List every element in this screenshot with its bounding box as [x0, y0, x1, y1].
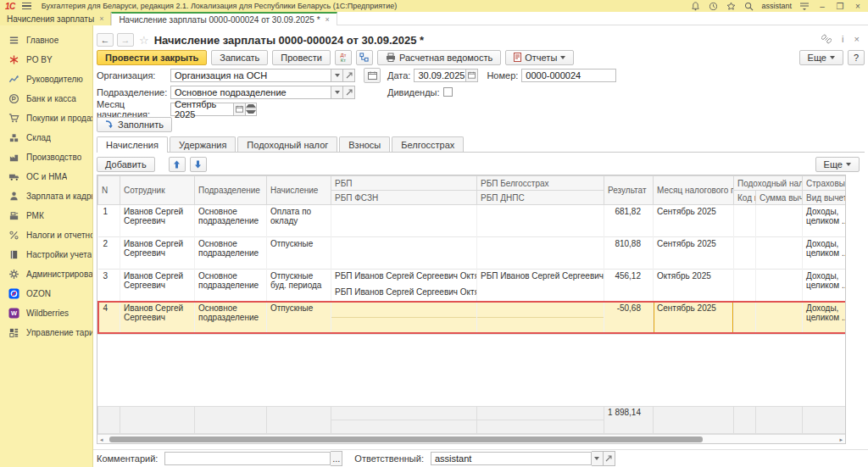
tab-belgosstrakh[interactable]: Белгосстрах	[392, 136, 464, 152]
current-user[interactable]: assistant	[761, 2, 792, 10]
favorite-star-icon[interactable]: ☆	[139, 34, 149, 47]
info-icon[interactable]: i	[842, 34, 843, 44]
col-rbp-dnps[interactable]: РБП ДНПС	[477, 191, 604, 205]
responsible-open-link-icon[interactable]	[604, 451, 615, 466]
tab-income-tax[interactable]: Подоходный налог	[237, 136, 337, 152]
service-settings-menu-icon[interactable]	[799, 1, 810, 11]
favorites-star-icon[interactable]	[726, 1, 736, 11]
comment-input[interactable]	[164, 452, 331, 465]
department-dropdown-icon[interactable]	[331, 86, 343, 99]
sidebar-item-purchases-sales[interactable]: Покупки и продажи	[0, 108, 92, 128]
col-insurance-group[interactable]: Страховые вз	[803, 176, 845, 191]
add-row-button[interactable]: Добавить	[97, 157, 155, 172]
sidebar-item-label: РМК	[26, 211, 44, 220]
accrual-month-stepper[interactable]	[246, 103, 257, 116]
post-button[interactable]: Провести	[272, 50, 331, 65]
accrual-month-input[interactable]: Сентябрь 2025	[170, 103, 234, 116]
search-icon[interactable]	[743, 1, 754, 11]
back-button[interactable]: ←	[97, 33, 114, 47]
fill-button[interactable]: Заполнить	[97, 117, 172, 132]
col-tax-month[interactable]: Месяц налогового периода	[654, 176, 734, 205]
col-accrual[interactable]: Начисление	[267, 176, 331, 205]
responsible-dropdown-icon[interactable]	[592, 451, 604, 466]
table-row[interactable]: 3 Иванов Сергей Сергеевич Основное подра…	[98, 270, 846, 286]
accrual-month-calendar-icon[interactable]	[234, 103, 246, 116]
table-row[interactable]: 2 Иванов Сергей Сергеевич Основное подра…	[98, 237, 846, 253]
sidebar-item-bank-cash[interactable]: Банк и касса	[0, 89, 92, 108]
scroll-right-icon[interactable]: ▸	[839, 436, 843, 443]
date-input[interactable]: 30.09.2025	[414, 69, 466, 82]
payroll-sheet-button[interactable]: Расчетная ведомость	[377, 50, 501, 65]
sidebar-item-taxes[interactable]: Налоги и отчетность	[0, 225, 92, 245]
sidebar-item-accounting-settings[interactable]: Настройки учета	[0, 245, 92, 264]
department-input[interactable]: Основное подразделение	[170, 86, 331, 99]
horizontal-scrollbar[interactable]: ◂ ▸	[97, 434, 845, 443]
sidebar-item-tariff[interactable]: Управление тарифом	[0, 323, 92, 342]
scroll-left-icon[interactable]: ◂	[100, 436, 103, 443]
history-icon[interactable]	[708, 1, 718, 11]
reports-button[interactable]: Отчеты	[505, 50, 574, 65]
organization-dropdown-icon[interactable]	[331, 69, 343, 82]
number-input[interactable]: 0000-000024	[521, 69, 616, 82]
set-date-calendar-button[interactable]	[364, 68, 381, 83]
tab-close-icon[interactable]: ×	[99, 14, 103, 23]
tab-deductions[interactable]: Удержания	[170, 136, 236, 152]
move-row-up-button[interactable]	[169, 157, 186, 172]
tab-close-icon[interactable]: ×	[326, 15, 330, 24]
more-button[interactable]: Еще	[799, 50, 843, 65]
col-deduction-sum[interactable]: Сумма вычета	[756, 191, 803, 205]
comment-ellipsis-button[interactable]: ...	[331, 451, 342, 466]
col-employee[interactable]: Сотрудник	[120, 176, 195, 205]
col-rbp[interactable]: РБП	[331, 176, 477, 191]
organization-open-link-icon[interactable]	[343, 69, 355, 82]
col-income-tax-group[interactable]: Подоходный налог	[734, 176, 803, 191]
department-open-link-icon[interactable]	[343, 86, 355, 99]
date-calendar-icon[interactable]	[466, 69, 478, 82]
col-deduction-kind[interactable]: Вид вычета	[803, 191, 845, 205]
tab-payroll-document[interactable]: Начисление зарплаты 0000-000024 от 30.09…	[111, 12, 337, 25]
sidebar-item-main[interactable]: Главное	[0, 31, 92, 50]
post-and-close-button[interactable]: Провести и закрыть	[97, 50, 207, 65]
sidebar-item-salary-hr[interactable]: Зарплата и кадры	[0, 186, 92, 206]
sidebar-item-warehouse[interactable]: Склад	[0, 128, 92, 147]
tab-accruals[interactable]: Начисления	[97, 136, 168, 153]
show-postings-dtkt-button[interactable]: Дт Кт	[335, 50, 352, 65]
save-button[interactable]: Записать	[211, 50, 268, 65]
table-row[interactable]: 1 Иванов Сергей Сергеевич Основное подра…	[98, 205, 846, 221]
col-department[interactable]: Подразделение	[195, 176, 267, 205]
sidebar: Главное PO BY Руководителю Банк и касса …	[0, 25, 93, 467]
document-structure-button[interactable]	[356, 50, 373, 65]
tab-contributions[interactable]: Взносы	[339, 136, 390, 152]
tab-payroll-list[interactable]: Начисления зарплаты ×	[0, 12, 111, 25]
main-menu-icon[interactable]	[22, 3, 31, 9]
col-result[interactable]: Результат	[604, 176, 654, 205]
get-link-icon[interactable]	[821, 34, 832, 44]
col-rbp-belgosstrakh[interactable]: РБП Белгосстрах	[477, 176, 604, 191]
close-document-icon[interactable]: ×	[854, 34, 860, 44]
col-deduction-code[interactable]: Код в...	[734, 191, 756, 205]
dividends-checkbox[interactable]	[443, 87, 453, 97]
col-rbp-fszn[interactable]: РБП ФСЗН	[331, 191, 477, 205]
help-button[interactable]: ?	[848, 50, 865, 65]
table-more-button[interactable]: Еще	[815, 157, 860, 172]
sidebar-item-wildberries[interactable]: W Wildberries	[0, 303, 92, 323]
sidebar-item-ozon[interactable]: OZON	[0, 284, 92, 303]
organization-input[interactable]: Организация на ОСН	[170, 69, 331, 82]
col-n[interactable]: N	[98, 176, 120, 205]
sidebar-item-manager[interactable]: Руководителю	[0, 69, 92, 89]
production-icon	[8, 152, 19, 164]
responsible-input[interactable]	[431, 452, 592, 465]
table-row-selected[interactable]: 4 Иванов Сергей Сергеевич Основное подра…	[98, 302, 846, 318]
move-row-down-button[interactable]	[190, 157, 207, 172]
sidebar-item-fixed-assets[interactable]: ОС и НМА	[0, 167, 92, 186]
minimize-icon[interactable]: –	[817, 2, 827, 11]
restore-icon[interactable]: ❐	[835, 2, 845, 11]
sidebar-item-po-by[interactable]: PO BY	[0, 50, 92, 69]
forward-button[interactable]: →	[117, 33, 134, 47]
notifications-bell-icon[interactable]	[690, 1, 700, 11]
close-window-icon[interactable]: ×	[853, 2, 863, 11]
sidebar-item-administration[interactable]: Администрирование	[0, 264, 92, 284]
sidebar-item-rmk[interactable]: РМК	[0, 206, 92, 225]
scrollbar-thumb[interactable]	[109, 436, 703, 442]
sidebar-item-production[interactable]: Производство	[0, 147, 92, 167]
